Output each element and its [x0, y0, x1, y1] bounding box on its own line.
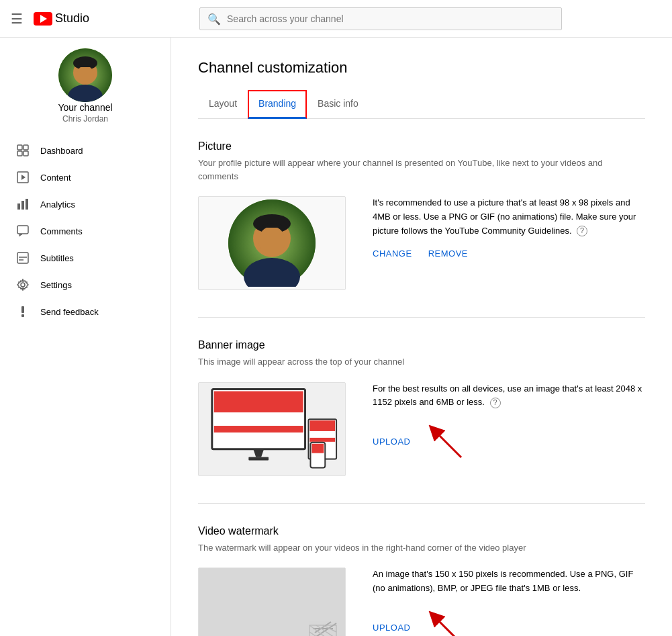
hamburger-icon[interactable]: ☰	[11, 11, 23, 27]
svg-point-19	[21, 283, 25, 287]
svg-point-5	[77, 66, 94, 85]
svg-rect-13	[21, 201, 24, 210]
sidebar-item-comments[interactable]: Comments	[0, 218, 171, 244]
picture-body: It's recommended to use a picture that's…	[198, 196, 645, 290]
picture-title: Picture	[198, 140, 645, 152]
svg-marker-32	[253, 449, 264, 457]
banner-upload-button[interactable]: UPLOAD	[373, 437, 410, 447]
tab-layout[interactable]: Layout	[198, 90, 248, 119]
svg-point-27	[258, 226, 285, 256]
divider-2	[198, 503, 645, 504]
channel-username: Chris Jordan	[62, 114, 108, 124]
watermark-upload-row: UPLOAD	[373, 606, 645, 636]
banner-upload-area: UPLOAD	[373, 420, 645, 463]
banner-preview-box	[198, 382, 346, 476]
dashboard-label: Dashboard	[40, 146, 83, 156]
svg-rect-8	[17, 151, 22, 156]
watermark-arrow-svg	[421, 606, 475, 636]
watermark-title: Video watermark	[198, 525, 645, 537]
channel-name: Your channel	[58, 102, 112, 113]
settings-label: Settings	[40, 280, 72, 290]
sidebar-item-subtitles[interactable]: Subtitles	[0, 244, 171, 271]
watermark-upload-button[interactable]: UPLOAD	[373, 623, 410, 633]
top-bar: ☰ Studio 🔍	[0, 0, 672, 38]
app-container: ☰ Studio 🔍	[0, 0, 672, 636]
sidebar: Your channel Chris Jordan Dashboard Cont…	[0, 38, 171, 636]
avatar-svg	[58, 48, 112, 102]
banner-info-text: For the best results on all devices, use…	[373, 382, 645, 410]
svg-rect-30	[214, 412, 303, 426]
svg-rect-9	[23, 151, 28, 156]
comments-label: Comments	[40, 226, 83, 236]
subtitles-label: Subtitles	[40, 253, 74, 263]
question-icon[interactable]: ?	[577, 226, 587, 236]
svg-rect-14	[26, 199, 28, 210]
watermark-body: An image that's 150 x 150 pixels is reco…	[198, 567, 645, 636]
feedback-icon	[16, 305, 30, 318]
svg-line-41	[434, 430, 461, 457]
banner-title: Banner image	[198, 339, 645, 351]
banner-description: This image will appear across the top of…	[198, 355, 645, 369]
content-label: Content	[40, 173, 71, 183]
picture-actions: CHANGE REMOVE	[373, 248, 645, 259]
tab-basic-info[interactable]: Basic info	[307, 90, 369, 119]
svg-rect-35	[309, 420, 335, 431]
svg-rect-29	[214, 391, 303, 412]
svg-rect-7	[23, 145, 28, 150]
picture-preview-box	[198, 196, 346, 290]
tabs-container: Layout Branding Basic info	[198, 90, 645, 119]
logo-area: Studio	[34, 11, 89, 26]
sidebar-item-dashboard[interactable]: Dashboard	[0, 137, 171, 164]
picture-description: Your profile picture will appear where y…	[198, 156, 645, 183]
picture-preview-svg	[228, 199, 316, 287]
content-area: Channel customization Layout Branding Ba…	[171, 38, 672, 636]
svg-rect-33	[248, 457, 269, 460]
svg-rect-6	[17, 145, 22, 150]
svg-rect-12	[17, 203, 20, 210]
banner-question-icon[interactable]: ?	[490, 398, 501, 408]
watermark-description: The watermark will appear on your videos…	[198, 541, 645, 555]
sidebar-item-settings[interactable]: Settings	[0, 271, 171, 298]
sidebar-item-feedback[interactable]: Send feedback	[0, 298, 171, 325]
svg-marker-11	[21, 175, 26, 180]
feedback-label: Send feedback	[40, 307, 99, 317]
svg-rect-15	[17, 226, 28, 234]
search-bar-container: 🔍	[199, 7, 562, 30]
watermark-preview-svg	[199, 568, 346, 636]
comments-icon	[16, 224, 30, 238]
picture-info-text: It's recommended to use a picture that's…	[373, 196, 645, 238]
picture-section: Picture Your profile picture will appear…	[198, 140, 645, 290]
settings-icon	[16, 278, 30, 291]
search-container: 🔍	[199, 7, 562, 30]
search-icon: 🔍	[207, 12, 221, 25]
page-title: Channel customization	[198, 59, 645, 77]
banner-preview-svg	[199, 382, 345, 476]
sidebar-item-content[interactable]: Content	[0, 164, 171, 191]
svg-rect-31	[214, 426, 303, 433]
arrow-svg	[421, 420, 475, 461]
svg-rect-36	[309, 430, 335, 437]
analytics-label: Analytics	[40, 199, 75, 210]
remove-button[interactable]: REMOVE	[428, 248, 468, 259]
channel-avatar	[58, 48, 112, 102]
youtube-logo: Studio	[34, 11, 89, 26]
svg-rect-39	[311, 443, 324, 453]
search-input[interactable]	[199, 7, 562, 30]
yt-play-icon	[34, 12, 52, 26]
banner-body: For the best results on all devices, use…	[198, 382, 645, 476]
dashboard-icon	[16, 144, 30, 157]
change-button[interactable]: CHANGE	[373, 248, 412, 259]
banner-upload-row: UPLOAD	[373, 420, 645, 463]
svg-rect-21	[21, 314, 24, 317]
watermark-arrow-annotation	[421, 606, 475, 636]
sidebar-item-analytics[interactable]: Analytics	[0, 191, 171, 218]
watermark-preview-box	[198, 567, 346, 636]
watermark-info-panel: An image that's 150 x 150 pixels is reco…	[373, 567, 645, 636]
tab-branding[interactable]: Branding	[248, 90, 307, 119]
watermark-section: Video watermark The watermark will appea…	[198, 525, 645, 637]
watermark-info-text: An image that's 150 x 150 pixels is reco…	[373, 567, 645, 596]
svg-rect-37	[309, 437, 335, 441]
banner-info-panel: For the best results on all devices, use…	[373, 382, 645, 463]
svg-rect-20	[21, 306, 24, 313]
arrow-annotation	[421, 420, 475, 463]
